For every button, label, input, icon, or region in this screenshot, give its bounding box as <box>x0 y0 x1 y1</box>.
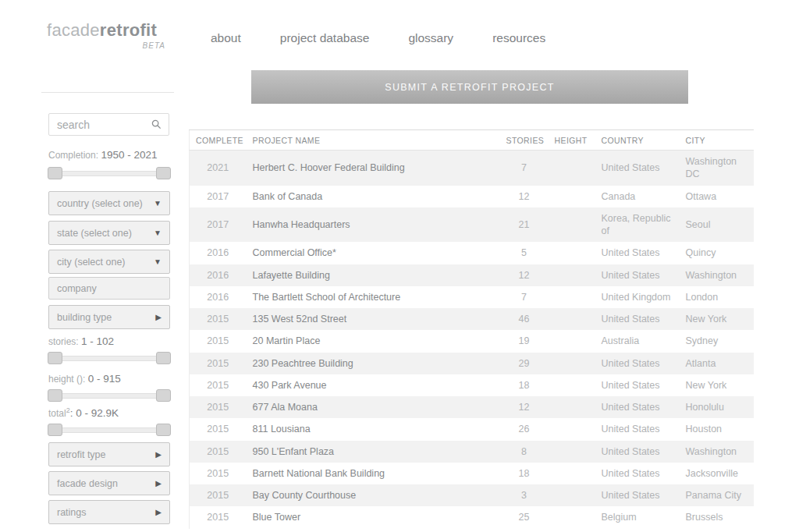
cell-project-name[interactable]: 20 Martin Place <box>247 330 500 352</box>
nav-project-database[interactable]: project database <box>280 31 370 45</box>
table-row[interactable]: 2015 430 Park Avenue 18 United States Ne… <box>190 374 754 396</box>
cell-height <box>549 418 595 440</box>
table-row[interactable]: 2017 Bank of Canada 12 Canada Ottawa <box>190 186 754 207</box>
table-row[interactable]: 2015 Blue Tower 25 Belgium Brussels <box>190 506 754 528</box>
column-header-city[interactable]: CITY <box>680 130 754 151</box>
table-row[interactable]: 2015 677 Ala Moana 12 United States Hono… <box>190 396 754 418</box>
table-row[interactable]: 2017 Hanwha Headquarters 21 Korea, Repub… <box>190 207 754 243</box>
ratings-label: ratings <box>49 507 155 518</box>
nav-glossary[interactable]: glossary <box>408 31 453 45</box>
table-row[interactable]: 2015 20 Martin Place 19 Australia Sydney <box>190 330 754 352</box>
cell-project-name[interactable]: 230 Peachtree Building <box>247 353 500 374</box>
facade-design-expander[interactable]: facade design ▶ <box>48 471 170 495</box>
column-header-stories[interactable]: STORIES <box>500 130 549 151</box>
cell-project-name[interactable]: Herbert C. Hoover Federal Building <box>247 151 500 186</box>
search-icon[interactable] <box>151 119 162 129</box>
cell-stories: 8 <box>500 441 549 463</box>
cell-project-name[interactable]: Hanwha Headquarters <box>247 207 500 243</box>
retrofit-type-expander[interactable]: retrofit type ▶ <box>48 442 170 466</box>
project-table-body: 2021 Herbert C. Hoover Federal Building … <box>190 151 754 529</box>
table-row[interactable]: 2015 Bay County Courthouse 3 United Stat… <box>190 484 754 506</box>
cell-stories: 7 <box>500 286 549 308</box>
cell-height <box>549 264 595 286</box>
logo[interactable]: facaderetrofit BETA <box>47 20 165 50</box>
slider-track[interactable] <box>48 171 170 176</box>
cell-project-name[interactable]: Blue Tower <box>247 506 500 528</box>
slider-handle-min[interactable] <box>48 167 62 179</box>
height-range-label: height (): 0 - 915 <box>48 373 121 385</box>
company-field-wrap <box>48 277 170 300</box>
slider-track[interactable] <box>48 393 170 399</box>
cell-city: New York <box>680 308 754 330</box>
cell-project-name[interactable]: Barnett National Bank Building <box>247 463 500 484</box>
cell-city: Honolulu <box>680 396 754 418</box>
height-slider[interactable] <box>48 389 170 403</box>
building-type-expander[interactable]: building type ▶ <box>48 305 170 329</box>
cell-stories: 18 <box>500 463 549 484</box>
table-row[interactable]: 2015 230 Peachtree Building 29 United St… <box>190 353 754 374</box>
cell-project-name[interactable]: 677 Ala Moana <box>247 396 500 418</box>
slider-track[interactable] <box>48 356 170 361</box>
cell-city: Washington <box>680 441 754 463</box>
table-row[interactable]: 2015 811 Lousiana 26 United States Houst… <box>190 418 754 440</box>
slider-handle-max[interactable] <box>156 167 171 179</box>
ratings-expander[interactable]: ratings ▶ <box>48 500 170 524</box>
cell-project-name[interactable]: 430 Park Avenue <box>247 374 500 396</box>
column-header-project-name[interactable]: PROJECT NAME <box>247 130 500 151</box>
column-header-complete[interactable]: COMPLETE <box>190 130 247 151</box>
slider-handle-max[interactable] <box>156 424 171 436</box>
slider-handle-max[interactable] <box>156 352 171 364</box>
table-row[interactable]: 2016 The Bartlett School of Architecture… <box>190 286 754 308</box>
state-select[interactable]: state (select one) ▼ <box>48 221 170 245</box>
cell-stories: 46 <box>500 308 549 330</box>
chevron-right-icon: ▶ <box>155 451 169 459</box>
cell-project-name[interactable]: Lafayette Building <box>247 264 500 286</box>
cell-stories: 3 <box>500 484 549 506</box>
cell-country: Korea, Republic of <box>595 207 680 243</box>
cell-height <box>549 186 595 207</box>
table-row[interactable]: 2015 135 West 52nd Street 46 United Stat… <box>190 308 754 330</box>
slider-handle-min[interactable] <box>48 424 62 436</box>
table-row[interactable]: 2021 Herbert C. Hoover Federal Building … <box>190 151 754 186</box>
slider-handle-min[interactable] <box>48 352 62 364</box>
completion-slider[interactable] <box>48 167 170 180</box>
cell-city: Jacksonville <box>680 463 754 484</box>
total-area-slider[interactable] <box>48 424 170 437</box>
cell-complete: 2015 <box>190 484 247 506</box>
logo-text-light: facade <box>47 20 100 40</box>
city-select[interactable]: city (select one) ▼ <box>48 250 170 274</box>
cell-stories: 12 <box>500 186 549 207</box>
cell-country: United States <box>595 151 680 186</box>
table-row[interactable]: 2016 Lafayette Building 12 United States… <box>190 264 754 286</box>
country-select[interactable]: country (select one) ▼ <box>48 191 170 215</box>
table-row[interactable]: 2016 Commercial Office* 5 United States … <box>190 242 754 264</box>
cell-country: United States <box>595 418 680 440</box>
column-header-height[interactable]: HEIGHT <box>549 130 595 151</box>
cell-project-name[interactable]: Commercial Office* <box>247 242 500 264</box>
nav-resources[interactable]: resources <box>492 31 545 45</box>
company-input[interactable] <box>49 278 169 299</box>
cell-country: United States <box>595 396 680 418</box>
cell-project-name[interactable]: Bay County Courthouse <box>247 484 500 506</box>
column-header-country[interactable]: COUNTRY <box>595 130 680 151</box>
cell-project-name[interactable]: The Bartlett School of Architecture <box>247 286 500 308</box>
slider-handle-min[interactable] <box>48 389 62 402</box>
stories-slider[interactable] <box>48 352 170 365</box>
slider-track[interactable] <box>48 427 170 433</box>
search-input[interactable] <box>49 119 151 131</box>
table-row[interactable]: 2015 950 L'Enfant Plaza 8 United States … <box>190 441 754 463</box>
cell-project-name[interactable]: Bank of Canada <box>247 186 500 207</box>
cell-height <box>549 353 595 374</box>
cell-city: Brussels <box>680 506 754 528</box>
cell-height <box>549 286 595 308</box>
nav-about[interactable]: about <box>211 31 241 45</box>
cell-project-name[interactable]: 950 L'Enfant Plaza <box>247 441 500 463</box>
table-row[interactable]: 2015 Barnett National Bank Building 18 U… <box>190 463 754 484</box>
submit-retrofit-project-button[interactable]: SUBMIT A RETROFIT PROJECT <box>251 70 688 104</box>
cell-project-name[interactable]: 135 West 52nd Street <box>247 308 500 330</box>
cell-country: United States <box>595 308 680 330</box>
slider-handle-max[interactable] <box>156 389 171 402</box>
cell-complete: 2017 <box>190 207 247 243</box>
cell-stories: 19 <box>500 330 549 352</box>
cell-project-name[interactable]: 811 Lousiana <box>247 418 500 440</box>
